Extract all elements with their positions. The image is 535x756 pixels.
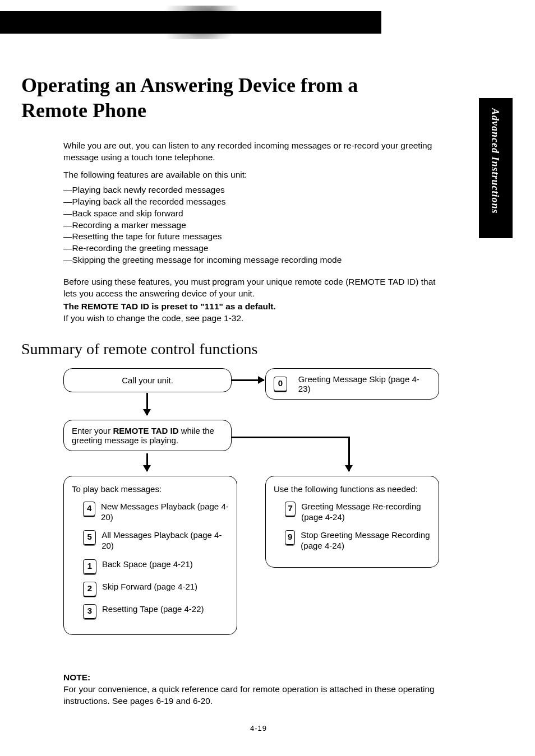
note-text: For your convenience, a quick reference … [63,684,435,706]
fn-label: Back Space (page 4-21) [102,559,193,570]
fn-row: 5 All Messages Playback (page 4-20) [83,530,229,551]
scan-noise [157,6,247,39]
keypad-key: 5 [83,530,96,545]
feature-item: Playing back all the recorded messages [63,196,445,208]
greeting-skip-text: Greeting Message Skip (page 4-23) [298,374,431,393]
features-lead: The following features are available on … [63,169,445,181]
feature-item: Skipping the greeting message for incomi… [63,254,445,266]
feature-item: Back space and skip forward [63,208,445,220]
feature-item: Resetting the tape for future messages [63,231,445,243]
box-call-text: Call your unit. [122,375,173,385]
fn-row: 1 Back Space (page 4-21) [83,559,229,574]
fn-label: Greeting Message Re‑recording (page 4-24… [301,502,431,523]
use-header: Use the following functions as needed: [274,484,431,494]
enter-id-pre: Enter your [72,426,113,435]
enter-id-bold: REMOTE TAD ID [113,426,178,435]
page-content: Operating an Answering Device from a Rem… [0,34,535,744]
header-black-bar [0,11,381,34]
fn-row: 4 New Messages Playback (page 4-20) [83,502,229,523]
fn-row: 3 Resetting Tape (page 4-22) [83,604,229,619]
flow-diagram: Call your unit. 0 Greeting Message Skip … [63,368,439,665]
fn-row: 7 Greeting Message Re‑recording (page 4-… [285,502,431,523]
body-text: While you are out, you can listen to any… [63,140,445,324]
box-greeting-skip: 0 Greeting Message Skip (page 4-23) [265,368,439,400]
fn-label: Skip Forward (page 4-21) [102,582,197,592]
box-enter-id: Enter your REMOTE TAD ID while the greet… [63,420,232,451]
before-paragraph: Before using these features, you must pr… [63,276,445,300]
page-number: 4-19 [21,724,496,732]
keypad-key: 7 [285,502,296,516]
note-block: NOTE: For your convenience, a quick refe… [63,672,445,707]
fn-label: Resetting Tape (page 4-22) [102,604,204,615]
keypad-key: 4 [83,502,95,516]
arrow-down-icon [348,437,350,471]
keypad-key: 1 [83,559,96,574]
feature-item: Recording a marker message [63,220,445,231]
box-call: Call your unit. [63,368,232,392]
page-title: Operating an Answering Device from a Rem… [21,73,414,123]
keypad-key: 3 [83,604,96,619]
feature-item: Re-recording the greeting message [63,243,445,254]
keypad-key: 9 [285,530,295,545]
subheading: Summary of remote control functions [21,340,496,358]
section-tab-label: Advanced Instructions [489,108,501,214]
box-use-functions: Use the following functions as needed: 7… [265,476,439,568]
connector-line [232,437,349,438]
arrow-down-icon [146,453,148,471]
feature-list: Playing back newly recorded messages Pla… [63,184,445,266]
section-tab: Advanced Instructions [479,98,513,238]
playback-header: To play back messages: [72,484,229,494]
intro-paragraph: While you are out, you can listen to any… [63,140,445,164]
note-label: NOTE: [63,672,90,682]
fn-label: New Messages Playback (page 4-20) [101,502,229,523]
fn-label: All Messages Playback (page 4-20) [102,530,229,551]
arrow-down-icon [146,393,148,415]
keypad-key: 0 [274,377,287,391]
change-code: If you wish to change the code, see page… [63,313,445,324]
fn-row: 9 Stop Greeting Message Recording (page … [285,530,431,551]
arrow-right-icon [232,379,264,381]
fn-row: 2 Skip Forward (page 4-21) [83,582,229,596]
box-playback: To play back messages: 4 New Messages Pl… [63,476,237,635]
default-code: The REMOTE TAD ID is preset to "111" as … [63,301,445,313]
fn-label: Stop Greeting Message Recording (page 4-… [301,530,431,551]
feature-item: Playing back newly recorded messages [63,184,445,196]
keypad-key: 2 [83,582,96,596]
